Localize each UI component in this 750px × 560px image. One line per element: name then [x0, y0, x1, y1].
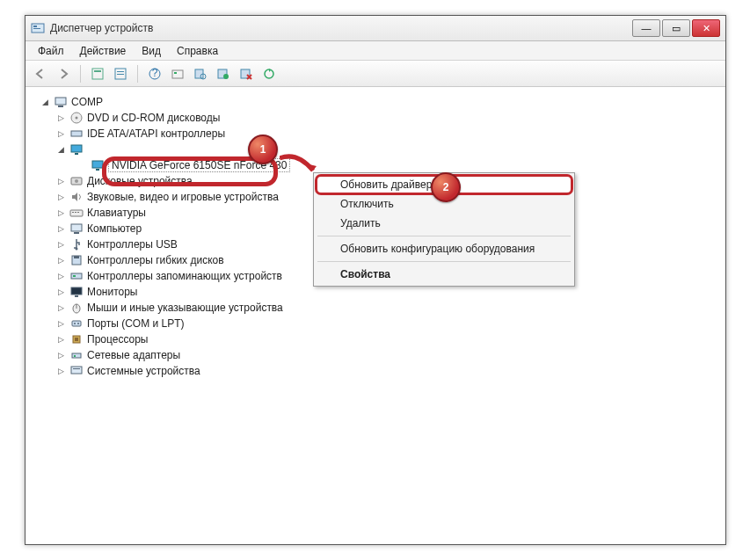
expand-icon[interactable]: ▷ [55, 319, 66, 328]
menu-view[interactable]: Вид [135, 43, 168, 59]
svg-rect-1 [33, 25, 37, 27]
tree-node-mouse[interactable]: ▷ Мыши и иные указывающие устройства [29, 300, 722, 316]
tree-root-label: COMP [71, 96, 103, 108]
tree-node-cpu[interactable]: ▷ Процессоры [29, 331, 722, 347]
monitor-icon [69, 285, 84, 299]
svg-rect-37 [74, 256, 79, 258]
svg-rect-30 [72, 212, 74, 213]
badge-2: 2 [431, 172, 461, 202]
window-controls: — ▭ ✕ [630, 19, 720, 37]
expand-icon[interactable]: ▷ [55, 129, 66, 138]
svg-point-21 [76, 117, 78, 120]
refresh-toolbar-button[interactable] [259, 64, 279, 84]
tree-node-nvidia-device[interactable]: NVIDIA GeForce 6150SE nForce 430 [29, 157, 722, 173]
tree-root[interactable]: ◢ COMP [29, 94, 722, 110]
svg-point-45 [74, 323, 76, 324]
ctx-properties[interactable]: Свойства [316, 265, 572, 284]
cpu-icon [69, 332, 84, 346]
help-toolbar-button[interactable]: ? [145, 64, 164, 84]
svg-rect-7 [117, 74, 124, 75]
expand-icon[interactable]: ▷ [55, 240, 66, 249]
arrow-1-to-2 [280, 151, 317, 179]
display-icon [69, 142, 84, 156]
expand-icon[interactable]: ▷ [55, 177, 66, 185]
device-tree[interactable]: ◢ COMP ▷ DVD и CD-ROM дисководы ▷ IDE AT… [25, 87, 725, 544]
svg-rect-22 [71, 131, 82, 136]
expand-icon[interactable]: ▷ [55, 193, 66, 201]
svg-rect-52 [73, 368, 80, 369]
back-button[interactable] [31, 64, 50, 84]
scan-toolbar-button[interactable] [191, 64, 210, 84]
svg-rect-26 [96, 169, 99, 171]
svg-rect-39 [73, 275, 76, 277]
svg-rect-10 [172, 70, 183, 78]
svg-point-28 [75, 179, 78, 183]
svg-rect-49 [72, 353, 81, 358]
expand-icon[interactable]: ▷ [55, 272, 66, 280]
update-toolbar-button[interactable] [168, 64, 187, 84]
ctx-separator [317, 236, 571, 236]
expand-icon[interactable]: ▷ [55, 303, 66, 312]
tree-node-network[interactable]: ▷ Сетевые адаптеры [29, 347, 722, 363]
ctx-scan-hardware[interactable]: Обновить конфигурацию оборудования [316, 239, 572, 258]
svg-rect-41 [75, 295, 78, 297]
expand-icon[interactable]: ▷ [55, 287, 66, 296]
svg-rect-48 [75, 338, 78, 341]
tree-node-dvd[interactable]: ▷ DVD и CD-ROM дисководы [29, 110, 722, 126]
close-button[interactable]: ✕ [692, 19, 720, 37]
minimize-button[interactable]: — [632, 19, 660, 37]
toolbar-separator [137, 65, 138, 83]
expand-icon[interactable]: ▷ [55, 224, 66, 233]
svg-rect-44 [72, 321, 81, 326]
toolbar-separator [80, 65, 81, 83]
svg-rect-11 [174, 72, 177, 74]
svg-rect-25 [92, 161, 103, 168]
badge-1: 1 [248, 135, 278, 164]
disk-icon [69, 174, 84, 188]
svg-point-35 [76, 248, 78, 251]
uninstall-toolbar-button[interactable] [214, 64, 233, 84]
computer-icon [54, 95, 68, 109]
menu-help[interactable]: Справка [170, 43, 225, 59]
disc-icon [69, 111, 84, 125]
tree-node-ide[interactable]: ▷ IDE ATA/ATAPI контроллеры [29, 126, 722, 142]
collapse-icon[interactable]: ◢ [40, 98, 50, 106]
svg-rect-4 [94, 70, 101, 72]
network-icon [69, 348, 84, 362]
mouse-icon [69, 301, 84, 315]
svg-rect-34 [74, 232, 79, 234]
maximize-button[interactable]: ▭ [662, 19, 690, 37]
expand-icon[interactable]: ▷ [55, 367, 66, 375]
svg-rect-19 [58, 105, 63, 107]
app-icon [31, 21, 45, 35]
disable-toolbar-button[interactable] [237, 64, 256, 84]
svg-rect-40 [71, 287, 82, 295]
ide-icon [69, 127, 84, 141]
expand-icon[interactable]: ▷ [55, 256, 66, 265]
ctx-remove[interactable]: Удалить [316, 214, 572, 233]
expand-icon[interactable]: ▷ [55, 208, 66, 217]
svg-rect-18 [55, 98, 66, 105]
svg-rect-2 [33, 28, 40, 29]
svg-rect-24 [75, 153, 78, 155]
menu-file[interactable]: Файл [31, 43, 71, 59]
svg-rect-38 [71, 273, 82, 279]
collapse-icon[interactable]: ◢ [55, 145, 66, 154]
svg-rect-50 [74, 355, 76, 357]
properties-toolbar-button[interactable] [111, 64, 130, 84]
forward-button[interactable] [54, 64, 73, 84]
system-icon [69, 364, 84, 378]
expand-icon[interactable]: ▷ [55, 113, 66, 122]
menu-action[interactable]: Действие [73, 43, 134, 59]
svg-rect-29 [70, 210, 83, 216]
show-hidden-button[interactable] [88, 64, 107, 84]
tree-node-ports[interactable]: ▷ Порты (COM и LPT) [29, 316, 722, 331]
tree-node-display-adapters[interactable]: ◢ [29, 142, 722, 157]
svg-point-46 [77, 323, 79, 324]
storage-ctrl-icon [69, 269, 84, 283]
expand-icon[interactable]: ▷ [55, 351, 66, 360]
tree-node-system[interactable]: ▷ Системные устройства [29, 363, 722, 379]
port-icon [69, 316, 84, 331]
keyboard-icon [69, 206, 84, 220]
expand-icon[interactable]: ▷ [55, 335, 66, 344]
